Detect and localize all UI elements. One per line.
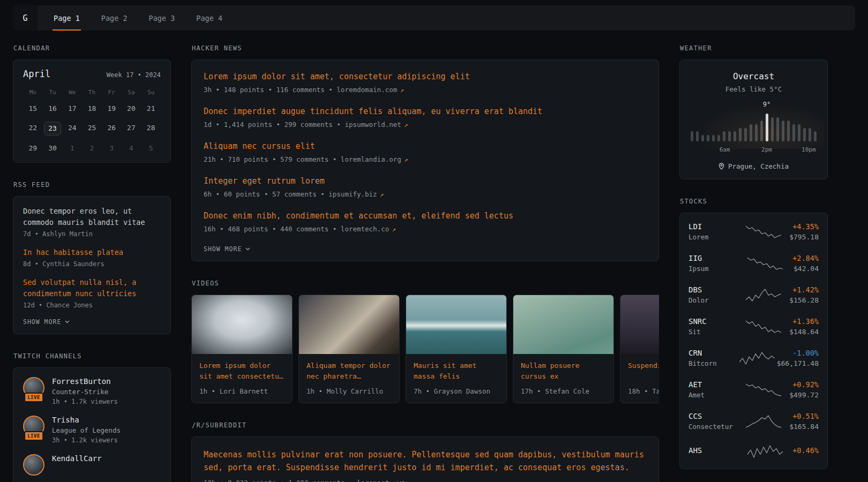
rss-widget: Donec tempor eros leo, ut commodo mauris…: [13, 196, 171, 334]
stock-name: Dolor: [689, 296, 738, 304]
video-card: Nullam posuere cursus ex 17h • Stefan Co…: [513, 295, 614, 403]
stock-sparkline: [738, 413, 789, 430]
stock-sparkline: [738, 319, 789, 335]
external-link-icon[interactable]: ↗: [404, 120, 408, 129]
navbar: G Page 1 Page 2 Page 3 Page 4: [13, 5, 855, 31]
tab-page-3[interactable]: Page 3: [148, 5, 176, 31]
rss-item-link[interactable]: Sed volutpat nulla nisl, a condimentum n…: [23, 277, 161, 299]
calendar-section-title: CALENDAR: [13, 44, 170, 52]
stock-id: IIG Ipsum: [689, 254, 738, 273]
twitch-channel[interactable]: KendallCarr: [23, 454, 161, 479]
video-title-link[interactable]: Aliquam tempor dolor nec pharetra…: [299, 354, 399, 382]
stock-change: +0.51%: [789, 412, 819, 420]
rss-item-link[interactable]: Donec tempor eros leo, ut commodo mauris…: [23, 206, 161, 228]
rss-section-title: RSS FEED: [13, 181, 170, 189]
tab-page-4[interactable]: Page 4: [195, 5, 223, 31]
middle-column: HACKER NEWS Lorem ipsum dolor sit amet, …: [191, 44, 659, 482]
tab-page-1[interactable]: Page 1: [53, 5, 81, 31]
external-link-icon[interactable]: ↗: [404, 155, 408, 163]
calendar-day-next-month: 4: [122, 142, 141, 155]
stock-row[interactable]: AHS +0.46%: [680, 437, 827, 466]
twitch-channel[interactable]: LIVE ForrestBurton Counter-Strike 1h • 1…: [23, 377, 161, 405]
calendar-day-next-month: 3: [102, 142, 122, 155]
calendar-day: 29: [23, 142, 43, 155]
channel-name: KendallCarr: [52, 454, 102, 463]
video-title-link[interactable]: Lorem ipsum dolor sit amet consectetu…: [192, 354, 292, 382]
twitch-section: TWITCH CHANNELS LIVE ForrestBurton Count…: [13, 352, 171, 482]
reddit-post-link[interactable]: Maecenas mollis pulvinar erat non posuer…: [204, 448, 647, 474]
subreddit-widget: Maecenas mollis pulvinar erat non posuer…: [191, 436, 659, 482]
stock-row[interactable]: AET Amet +0.92% $499.72: [680, 374, 827, 405]
avatar: LIVE: [23, 377, 44, 398]
rss-show-more-button[interactable]: SHOW MORE: [23, 318, 161, 326]
hackernews-widget: Lorem ipsum dolor sit amet, consectetur …: [191, 59, 659, 261]
hn-meta: 6h • 60 points • 57 comments • ipsumify.…: [204, 190, 647, 198]
stock-id: CRN Bitcorn: [689, 349, 738, 367]
video-thumbnail[interactable]: [299, 295, 399, 354]
stock-row[interactable]: DBS Dolor +1.42% $156.28: [680, 279, 827, 311]
stock-sparkline: [738, 443, 792, 460]
stocks-widget: LDI Lorem +4.35% $795.18 IIG Ipsum: [679, 213, 828, 469]
weather-location: Prague, Czechia: [690, 162, 818, 170]
weather-hour-labels: 6am2pm10pm: [691, 146, 817, 154]
weather-section: WEATHER Overcast Feels like 5°C 9° 6am2p…: [679, 44, 828, 179]
hn-meta: 1d • 1,414 points • 299 comments • ipsum…: [204, 120, 647, 129]
hn-title-link[interactable]: Integer eget rutrum lorem: [204, 176, 647, 187]
weather-bars: [691, 112, 817, 141]
stock-row[interactable]: CRN Bitcorn -1.00% $66,171.48: [680, 342, 827, 374]
stock-row[interactable]: SNRC Sit +1.36% $148.64: [680, 311, 827, 342]
stock-sparkline: [738, 255, 792, 272]
stock-name: Lorem: [689, 233, 738, 241]
hn-item: Integer eget rutrum lorem 6h • 60 points…: [204, 176, 647, 198]
stock-id: SNRC Sit: [689, 317, 738, 336]
calendar-day: 21: [141, 102, 161, 115]
calendar-day-next-month: 1: [62, 142, 82, 155]
location-pin-icon: [719, 163, 724, 170]
video-title-link[interactable]: Mauris sit amet massa felis: [406, 354, 506, 382]
video-card: Mauris sit amet massa felis 7h • Grayson…: [406, 295, 507, 403]
external-link-icon[interactable]: ↗: [392, 225, 396, 233]
stock-values: -1.00% $66,171.48: [777, 349, 819, 367]
stock-price: $42.04: [792, 265, 819, 273]
hn-title-link[interactable]: Donec enim nibh, condimentum et accumsan…: [204, 210, 647, 222]
calendar-day: 16: [43, 102, 63, 115]
reddit-post-meta: 19h • 9,932 points • 1,090 comments • lo…: [204, 479, 647, 482]
show-more-label: SHOW MORE: [23, 318, 61, 326]
stock-sparkline: [738, 382, 789, 398]
hackernews-section: HACKER NEWS Lorem ipsum dolor sit amet, …: [191, 44, 659, 261]
hn-title-link[interactable]: Donec imperdiet augue tincidunt felis al…: [204, 106, 647, 117]
video-thumbnail[interactable]: [620, 295, 659, 354]
video-meta: 1h • Molly Carrillo: [299, 382, 399, 403]
stock-row[interactable]: CCS Consectetur +0.51% $165.84: [680, 405, 827, 437]
stock-row[interactable]: LDI Lorem +4.35% $795.18: [680, 216, 827, 247]
video-thumbnail[interactable]: [406, 295, 506, 354]
live-badge: LIVE: [24, 431, 43, 441]
channel-info: ForrestBurton Counter-Strike 1h • 1.7k v…: [52, 377, 118, 405]
hn-title-link[interactable]: Lorem ipsum dolor sit amet, consectetur …: [204, 71, 647, 82]
external-link-icon[interactable]: ↗: [400, 86, 404, 94]
chevron-down-icon: [65, 320, 70, 323]
video-card: Aliquam tempor dolor nec pharetra… 1h • …: [298, 295, 400, 403]
external-link-icon[interactable]: ↗: [380, 190, 384, 198]
hn-title-link[interactable]: Aliquam nec cursus elit: [204, 141, 647, 152]
channel-avatar: [23, 454, 44, 476]
video-thumbnail[interactable]: [192, 295, 292, 354]
rss-item-link[interactable]: In hac habitasse platea: [23, 247, 161, 258]
subreddit-section-title: /R/SUBREDDIT: [192, 421, 659, 429]
stock-row[interactable]: IIG Ipsum +2.84% $42.04: [680, 247, 827, 279]
video-title-link[interactable]: Nullam posuere cursus ex: [513, 354, 613, 382]
video-thumbnail[interactable]: [513, 295, 613, 354]
stock-values: +4.35% $795.18: [789, 222, 819, 241]
hn-meta-text: 6h • 60 points • 57 comments • ipsumify.…: [204, 190, 377, 198]
calendar-day: 25: [82, 122, 102, 135]
tab-page-2[interactable]: Page 2: [100, 5, 129, 31]
video-title-link[interactable]: Suspendisse diam: [620, 354, 659, 382]
stock-ticker: IIG: [689, 254, 738, 262]
calendar-day: 18: [82, 102, 102, 115]
twitch-section-title: TWITCH CHANNELS: [13, 352, 170, 360]
twitch-channel[interactable]: LIVE Trisha League of Legends 3h • 1.2k …: [23, 416, 161, 444]
app-logo[interactable]: G: [13, 5, 38, 31]
video-row: Lorem ipsum dolor sit amet consectetu… 1…: [191, 295, 659, 403]
hn-show-more-button[interactable]: SHOW MORE: [204, 245, 647, 253]
external-link-icon[interactable]: ↗: [408, 479, 412, 482]
